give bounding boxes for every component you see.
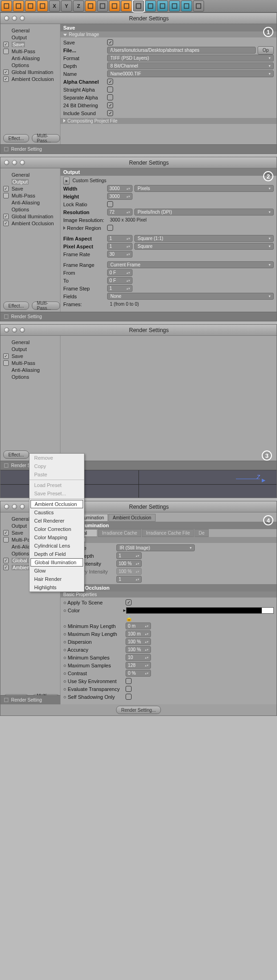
contrast-input[interactable]: 0 %▴▾ bbox=[126, 670, 151, 677]
menu-item-ambient-occlusion[interactable]: Ambient Occlusion bbox=[30, 500, 83, 508]
comp-file-sub[interactable]: Compositing Project File bbox=[60, 118, 277, 124]
fields-dropdown[interactable]: None▾ bbox=[107, 293, 274, 300]
menu-item-cylindrical-lens[interactable]: Cylindrical Lens bbox=[30, 542, 84, 550]
effect-context-menu[interactable]: RemoveCopyPasteLoad PresetSave Preset...… bbox=[29, 453, 84, 592]
depth-dropdown[interactable]: 8 Bit/Channel▾ bbox=[107, 62, 274, 69]
menu-item-color-mapping[interactable]: Color Mapping bbox=[30, 533, 84, 542]
multipass-checkbox[interactable] bbox=[3, 49, 9, 54]
menu-item-highlights[interactable]: Highlights bbox=[30, 583, 84, 592]
width-input[interactable]: 3000▴▾ bbox=[107, 185, 132, 192]
width-unit[interactable]: Pixels▾ bbox=[134, 185, 274, 192]
gamma-input[interactable]: 1▴▾ bbox=[116, 576, 142, 583]
render-settings-button[interactable] bbox=[133, 0, 144, 12]
file-field[interactable]: /Users/ionutciursa/Desktop/abstract shap… bbox=[107, 47, 256, 54]
res-unit[interactable]: Pixels/Inch (DPI)▾ bbox=[134, 209, 274, 216]
film-input[interactable]: 1▴▾ bbox=[107, 235, 132, 242]
menu-item-caustics[interactable]: Caustics bbox=[30, 508, 84, 517]
region-check[interactable] bbox=[107, 225, 113, 231]
range-dropdown[interactable]: Current Frame▾ bbox=[107, 261, 274, 268]
tab-de[interactable]: De bbox=[194, 529, 209, 537]
res-input[interactable]: 72▴▾ bbox=[107, 209, 132, 216]
sidebar-item-output[interactable]: Output bbox=[12, 179, 29, 185]
minray-input[interactable]: 0 m▴▾ bbox=[126, 623, 151, 629]
sidebar-item-save[interactable]: Save bbox=[12, 42, 25, 47]
menu-item-color-correction[interactable]: Color Correction bbox=[30, 525, 84, 533]
move-arrows-button[interactable] bbox=[37, 0, 48, 12]
disp-input[interactable]: 100 %▴▾ bbox=[126, 638, 151, 645]
tab-irr-cache[interactable]: Irradiance Cache bbox=[98, 529, 141, 537]
axis-z-button[interactable]: Z bbox=[73, 0, 84, 12]
save-check[interactable] bbox=[107, 39, 113, 45]
sidebar-item-aa[interactable]: Anti-Aliasing bbox=[12, 55, 40, 61]
minimize-icon[interactable] bbox=[12, 16, 17, 21]
effect-button[interactable]: Effect... bbox=[3, 450, 29, 459]
effect-button[interactable]: Effect... bbox=[3, 134, 29, 142]
gimode-dropdown[interactable]: IR (Still Image)▾ bbox=[116, 544, 195, 551]
lock-icon[interactable]: 🔒 bbox=[126, 615, 132, 622]
rate-input[interactable]: 30▴▾ bbox=[107, 251, 132, 258]
zoom-icon[interactable] bbox=[20, 16, 25, 21]
menu-item-depth-of-field[interactable]: Depth of Field bbox=[30, 550, 84, 558]
diffdepth-input[interactable]: 1▴▾ bbox=[116, 552, 142, 559]
alpha-check[interactable] bbox=[107, 79, 113, 85]
sidebar-item-options[interactable]: Options bbox=[12, 62, 29, 68]
straight-check[interactable] bbox=[107, 86, 113, 92]
multipass-button[interactable]: Multi-Pass... bbox=[32, 134, 60, 142]
lock-check[interactable] bbox=[107, 201, 113, 207]
footer-label[interactable]: Render Setting bbox=[11, 147, 42, 152]
format-dropdown[interactable]: TIFF (PSD Layers)▾ bbox=[107, 55, 274, 62]
trans-check[interactable] bbox=[126, 686, 132, 692]
atom-button[interactable] bbox=[181, 0, 192, 12]
primint-input[interactable]: 100 %▴▾ bbox=[116, 560, 142, 567]
pixel-input[interactable]: 1▴▾ bbox=[107, 243, 132, 250]
shadow-check[interactable] bbox=[126, 694, 132, 700]
file-browse[interactable]: Op bbox=[258, 46, 274, 55]
gi-checkbox[interactable] bbox=[3, 69, 9, 75]
step-input[interactable]: 1▴▾ bbox=[107, 285, 132, 292]
poly-button[interactable] bbox=[169, 0, 180, 12]
render-setting-button[interactable]: Render Setting... bbox=[116, 706, 161, 714]
separate-check[interactable] bbox=[107, 94, 113, 100]
sidebar-item-multipass[interactable]: Multi-Pass bbox=[12, 49, 35, 54]
menu-item-global-illumination[interactable]: Global Illumination bbox=[30, 558, 83, 567]
cube-button[interactable] bbox=[13, 0, 24, 12]
apply-check[interactable] bbox=[126, 599, 132, 605]
axis-y-button[interactable]: Y bbox=[61, 0, 72, 12]
preset-icon[interactable]: ▸ bbox=[63, 177, 70, 185]
save-checkbox[interactable] bbox=[3, 42, 9, 47]
clapper2-button[interactable] bbox=[121, 0, 132, 12]
clapper-button[interactable] bbox=[109, 0, 120, 12]
prim-cube-button[interactable] bbox=[145, 0, 156, 12]
menu-item-hair-render[interactable]: Hair Render bbox=[30, 575, 84, 583]
to-input[interactable]: 0 F▴▾ bbox=[107, 277, 132, 284]
menu-item-glow[interactable]: Glow bbox=[30, 567, 84, 575]
close-icon[interactable] bbox=[4, 16, 9, 21]
sidebar-item-output[interactable]: Output bbox=[12, 35, 27, 40]
acc-input[interactable]: 100 %▴▾ bbox=[126, 646, 151, 653]
spiral-button[interactable] bbox=[157, 0, 168, 12]
tab-ao[interactable]: Ambient Occlusion bbox=[108, 514, 155, 522]
sound-check[interactable] bbox=[107, 110, 113, 116]
ao-checkbox[interactable] bbox=[3, 76, 9, 82]
menu-item-cel-renderer[interactable]: Cel Renderer bbox=[30, 517, 84, 525]
layers-button[interactable] bbox=[97, 0, 108, 12]
sidebar-item-gi[interactable]: Global Illumination bbox=[12, 69, 54, 75]
maxsamp-input[interactable]: 128▴▾ bbox=[126, 662, 151, 669]
name-dropdown[interactable]: Name0000.TIF▾ bbox=[107, 70, 274, 77]
globe-button[interactable] bbox=[85, 0, 96, 12]
rotate-button[interactable] bbox=[25, 0, 36, 12]
from-input[interactable]: 0 F▴▾ bbox=[107, 269, 132, 276]
axis-x-button[interactable]: X bbox=[49, 0, 60, 12]
sky-check[interactable] bbox=[126, 678, 132, 684]
sidebar-item-ao[interactable]: Ambient Occlusion bbox=[12, 76, 54, 82]
color-gradient[interactable] bbox=[126, 607, 274, 614]
regular-image-sub[interactable]: Regular Image bbox=[60, 31, 277, 37]
height-input[interactable]: 3000▴▾ bbox=[107, 193, 132, 200]
expand-button[interactable] bbox=[193, 0, 204, 12]
tab-irr-file[interactable]: Irradiance Cache File bbox=[142, 529, 194, 537]
move-all-button[interactable] bbox=[1, 0, 12, 12]
minsamp-input[interactable]: 10▴▾ bbox=[126, 654, 151, 661]
sidebar-item-general[interactable]: General bbox=[12, 28, 30, 33]
dither-check[interactable] bbox=[107, 102, 113, 108]
maxray-input[interactable]: 100 m▴▾ bbox=[126, 630, 151, 637]
